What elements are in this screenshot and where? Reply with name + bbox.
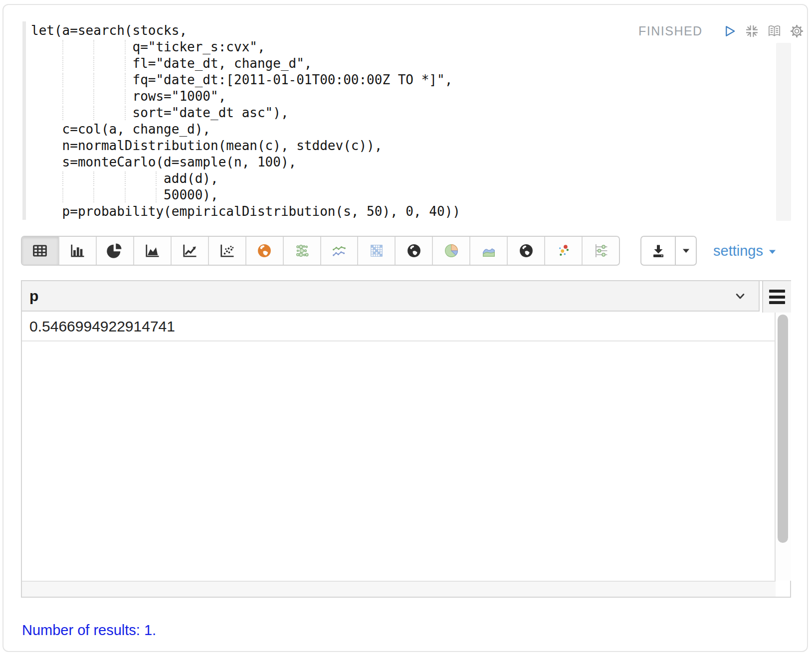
sliders-icon (592, 242, 610, 260)
dots-colored-icon (555, 242, 573, 260)
area-pastel-icon (480, 242, 498, 260)
chart-button-heatmap[interactable] (358, 237, 396, 265)
indent-guide (93, 89, 94, 104)
scatter-icon (218, 242, 236, 260)
indent-guide (62, 106, 63, 120)
horizontal-scrollbar-track[interactable] (22, 581, 790, 597)
chevron-down-icon (732, 288, 748, 304)
download-button[interactable] (641, 237, 676, 265)
indent-guide (93, 73, 94, 87)
indent-guide (125, 73, 126, 87)
indent-guide (125, 188, 126, 202)
download-caret-button[interactable] (676, 237, 696, 265)
compress-icon (744, 23, 760, 39)
chart-button-geo-map-1[interactable] (396, 237, 433, 265)
indent-guide (125, 89, 126, 104)
globe-dark-icon (405, 242, 423, 260)
paragraph-status: FINISHED (638, 22, 805, 40)
multi-line-icon (330, 242, 348, 260)
heatmap-icon (368, 242, 386, 260)
indent-guide (93, 56, 94, 71)
area-chart-icon (143, 242, 161, 260)
column-header-p[interactable]: p (22, 281, 760, 312)
code-line: add(d), (31, 170, 460, 187)
chart-button-bubble-chart[interactable] (284, 237, 321, 265)
indent-guide (93, 171, 94, 186)
indent-guide (125, 40, 126, 54)
chart-button-pie-chart[interactable] (97, 237, 134, 265)
indent-guide (93, 188, 94, 202)
code-line: rows="1000", (31, 88, 460, 105)
indent-guide (62, 188, 63, 202)
editor-scrollbar-track[interactable] (776, 43, 791, 221)
gear-icon (789, 23, 805, 39)
table-row[interactable]: 0.5466994922914741 (22, 313, 775, 341)
globe-orange-icon (255, 242, 273, 260)
chart-button-pie-pastel[interactable] (433, 237, 470, 265)
indent-guide (62, 171, 63, 186)
settings-label: settings (713, 243, 763, 259)
chart-button-sliders[interactable] (583, 237, 619, 265)
indent-guide (156, 171, 157, 186)
settings-link[interactable]: settings (713, 236, 777, 266)
download-split-button (640, 236, 697, 266)
chart-button-table[interactable] (22, 237, 59, 265)
pie-chart-icon (106, 242, 124, 260)
bubble-chart-icon (293, 242, 311, 260)
download-icon (650, 243, 666, 259)
chart-button-area-pastel[interactable] (470, 237, 508, 265)
indent-guide (62, 89, 63, 104)
code-line: fl="date_dt, change_d", (31, 55, 460, 72)
chart-button-map-orange[interactable] (246, 237, 284, 265)
pie-pastel-icon (442, 242, 460, 260)
caret-down-icon (768, 249, 777, 255)
run-button[interactable] (722, 23, 737, 39)
vertical-scrollbar-thumb[interactable] (778, 315, 788, 543)
status-label: FINISHED (638, 24, 703, 38)
code-line: n=normalDistribution(mean(c), stddev(c))… (31, 138, 460, 154)
code-line: fq="date_dt:[2011-01-01T00:00:00Z TO *]"… (31, 72, 460, 88)
caret-down-icon (682, 248, 690, 254)
code-line: q="ticker_s:cvx", (31, 39, 460, 55)
paragraph-container: let(a=search(stocks, q="ticker_s:cvx", f… (0, 0, 812, 655)
chart-button-multi-line-chart[interactable] (321, 237, 359, 265)
shrink-width-button[interactable] (744, 23, 760, 39)
indent-guide (93, 106, 94, 120)
paragraph-settings-button[interactable] (789, 23, 805, 39)
table-cell-value: 0.5466994922914741 (22, 318, 175, 335)
table-icon (31, 242, 49, 260)
bar-chart-icon (68, 242, 86, 260)
scrollbar-corner (776, 581, 790, 597)
code-line: 50000), (31, 187, 460, 203)
hamburger-icon (769, 290, 785, 293)
grid-menu-button[interactable] (762, 281, 791, 314)
column-menu-button[interactable] (732, 288, 748, 304)
indent-guide (62, 73, 63, 87)
book-icon (767, 23, 782, 39)
code-line: p=probability(empiricalDistribution(s, 5… (31, 203, 460, 220)
indent-guide (93, 40, 94, 54)
chart-button-area-chart[interactable] (134, 237, 172, 265)
reader-mode-button[interactable] (767, 23, 782, 39)
line-chart-icon (181, 242, 199, 260)
indent-guide (125, 171, 126, 186)
code-line: let(a=search(stocks, (31, 22, 460, 39)
code-line: s=monteCarlo(d=sample(n, 100), (31, 154, 460, 170)
code-line: c=col(a, change_d), (31, 121, 460, 138)
globe-dark-icon (517, 242, 535, 260)
number-of-results-text: Number of results: 1. (22, 622, 156, 639)
chart-button-line-chart[interactable] (172, 237, 209, 265)
indent-guide (125, 106, 126, 120)
chart-button-bar-chart[interactable] (59, 237, 97, 265)
indent-guide (62, 56, 63, 71)
chart-type-toolbar (21, 236, 620, 266)
column-header-label: p (22, 288, 38, 305)
editor-gutter (22, 21, 26, 220)
chart-button-scatter-plot[interactable] (209, 237, 246, 265)
indent-guide (62, 40, 63, 54)
chart-button-scatter-colored[interactable] (545, 237, 583, 265)
code-editor-content[interactable]: let(a=search(stocks, q="ticker_s:cvx", f… (31, 22, 460, 220)
chart-button-geo-map-2[interactable] (508, 237, 545, 265)
code-line: sort="date_dt asc"), (31, 105, 460, 121)
play-icon (722, 23, 737, 39)
